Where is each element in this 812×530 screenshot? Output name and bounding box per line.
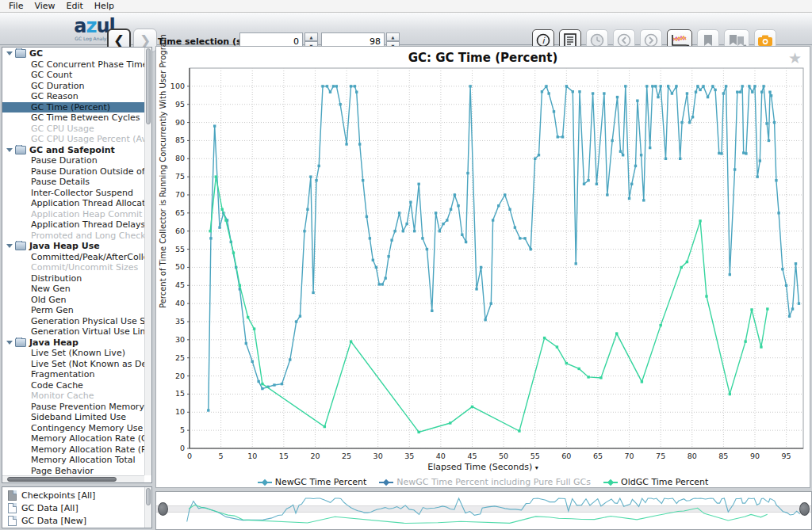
data-point: [354, 85, 356, 87]
data-point: [281, 383, 283, 385]
log-file-item-gc-data-new[interactable]: GC Data [New]: [2, 514, 151, 527]
data-point: [393, 230, 396, 232]
chart-plot[interactable]: 0510152025303540455055606570758085909505…: [156, 47, 810, 459]
tree-expander-icon[interactable]: [6, 244, 13, 248]
sidebar-item-gc-concurrent-phase-times[interactable]: GC Concurrent Phase Times: [2, 59, 144, 71]
time-to-up-button[interactable]: ▲: [386, 32, 400, 41]
sidebar-item-gc-time-percent[interactable]: GC Time (Percent): [2, 102, 144, 113]
sidebar-item-label: Pause Details: [31, 177, 90, 187]
sidebar-item-application-heap-commit-delayed[interactable]: Application Heap Commit Delayed: [2, 209, 144, 220]
sidebar-item-gc-duration[interactable]: GC Duration: [2, 81, 144, 92]
data-point: [768, 90, 771, 93]
data-point: [750, 308, 753, 311]
sidebar-item-code-cache[interactable]: Code Cache: [2, 380, 144, 391]
sidebar-item-distribution[interactable]: Distribution: [2, 273, 144, 284]
data-point: [756, 175, 758, 177]
sidebar-item-label: Live Set (Not Known as Dead): [31, 359, 144, 369]
sidebar-item-contingency-memory-use[interactable]: Contingency Memory Use: [2, 423, 144, 434]
sidebar-item-fragmentation[interactable]: Fragmentation: [2, 369, 144, 380]
sidebar-item-pause-details[interactable]: Pause Details: [2, 177, 144, 188]
menu-edit[interactable]: Edit: [61, 0, 89, 12]
sidebar-item-page-behavior[interactable]: Page Behavior: [2, 466, 144, 476]
sidebar-item-pause-duration[interactable]: Pause Duration: [2, 155, 144, 166]
data-point: [762, 85, 764, 87]
sidebar-item-old-gen[interactable]: Old Gen: [2, 295, 144, 306]
sidebar-item-gc-cpu-usage[interactable]: GC CPU Usage: [2, 124, 144, 135]
folder-icon: [15, 242, 26, 250]
data-point: [707, 96, 709, 98]
bookmark-icon: [703, 34, 713, 47]
sidebar-item-new-gen[interactable]: New Gen: [2, 284, 144, 295]
data-point: [624, 85, 626, 87]
tree-expander-icon[interactable]: [6, 148, 13, 152]
sidebar-item-java-heap-use[interactable]: Java Heap Use: [2, 241, 144, 252]
sidebar-item-generation-physical-use-soft-limits[interactable]: Generation Physical Use Soft Limits: [2, 316, 144, 327]
data-point: [446, 219, 448, 221]
sidebar-item-label: GC Time (Percent): [31, 102, 110, 112]
data-point: [578, 90, 580, 93]
sidebar-tree-panel: GCGC Concurrent Phase TimesGC CountGC Du…: [2, 47, 152, 483]
sidebar-item-perm-gen[interactable]: Perm Gen: [2, 305, 144, 316]
sidebar-item-gc-count[interactable]: GC Count: [2, 70, 144, 81]
sidebar-item-gc-reason[interactable]: GC Reason: [2, 91, 144, 102]
data-point: [449, 421, 451, 424]
sidebar-item-inter-collector-suspend[interactable]: Inter-Collector Suspend: [2, 188, 144, 199]
sidebar-item-gc-time-between-cycles[interactable]: GC Time Between Cycles: [2, 112, 144, 124]
log-file-item-checkpoints-all[interactable]: Checkpoints [All]: [2, 489, 151, 501]
x-axis-label[interactable]: Elapsed Time (Seconds) ▾: [156, 462, 810, 472]
sidebar-item-memory-allocation-total[interactable]: Memory Allocation Total: [2, 455, 144, 466]
sidebar-item-application-thread-delays-count[interactable]: Application Thread Delays Count: [2, 219, 144, 231]
sidebar-item-memory-allocation-rate-objects[interactable]: Memory Allocation Rate (Objects): [2, 433, 144, 444]
range-handle-right[interactable]: [799, 502, 810, 516]
time-range-overview[interactable]: [155, 491, 812, 530]
data-point: [718, 152, 720, 154]
sidebar-item-live-set-not-known-as-dead[interactable]: Live Set (Not Known as Dead): [2, 359, 144, 370]
back-chevron-icon: ❮: [113, 32, 124, 48]
menu-help[interactable]: Help: [89, 0, 120, 12]
y-tick-label: 20: [175, 372, 185, 380]
sidebar-item-gc-cpu-usage-percent-average[interactable]: GC CPU Usage Percent (Average): [2, 134, 144, 145]
legend-entry-oldgc-time-percent[interactable]: OldGC Time Percent: [603, 477, 708, 487]
range-handle-left[interactable]: [158, 502, 168, 516]
sidebar-item-promoted-and-long-checkpoint-det[interactable]: Promoted and Long Checkpoint Det: [2, 231, 144, 242]
tree-expander-icon[interactable]: [6, 341, 13, 345]
files-vscroll-thumb[interactable]: [146, 488, 151, 505]
sidebar-item-gc-and-safepoint[interactable]: GC and Safepoint: [2, 145, 144, 156]
tree-expander-icon[interactable]: [6, 51, 13, 55]
menu-view[interactable]: View: [29, 0, 60, 12]
sidebar-item-monitor-cache[interactable]: Monitor Cache: [2, 391, 144, 402]
sidebar-item-memory-allocation-rate-pages[interactable]: Memory Allocation Rate (Pages): [2, 444, 144, 456]
sidebar-item-application-thread-allocation-delay[interactable]: Application Thread Allocation Delay: [2, 198, 144, 209]
sidebar-item-pause-duration-outside-of-ttsp[interactable]: Pause Duration Outside of TTSP: [2, 166, 144, 177]
data-point: [545, 85, 547, 87]
sidebar-item-sideband-limited-use[interactable]: Sideband Limited Use: [2, 412, 144, 423]
sidebar-item-live-set-known-live[interactable]: Live Set (Known Live): [2, 348, 144, 359]
y-tick-label: 35: [175, 317, 185, 326]
sidebar-item-label: Memory Allocation Rate (Pages): [31, 444, 144, 455]
tree-horizontal-scrollbar[interactable]: [2, 475, 144, 482]
legend-entry-newgc-time-percent[interactable]: NewGC Time Percent: [258, 477, 367, 487]
time-from-up-button[interactable]: ▲: [304, 32, 318, 41]
log-file-item[interactable]: [2, 527, 151, 528]
sidebar-item-pause-prevention-memory-use[interactable]: Pause Prevention Memory Use: [2, 402, 144, 413]
sidebar-item-committed-peak-aftercollection[interactable]: Committed/Peak/AfterCollection: [2, 252, 144, 263]
sidebar-item-label: Application Heap Commit Delayed: [31, 209, 144, 219]
data-point: [215, 175, 217, 177]
sidebar-item-generation-virtual-use-limits-peak[interactable]: Generation Virtual Use Limits/Peak: [2, 326, 144, 337]
x-tick-label: 5: [219, 452, 224, 459]
sidebar-item-gc[interactable]: GC: [2, 48, 144, 59]
data-point: [547, 92, 550, 94]
data-point: [421, 237, 423, 239]
sidebar-item-commit-uncommit-sizes[interactable]: Commit/Uncommit Sizes: [2, 262, 144, 273]
tree-hscroll-thumb[interactable]: [7, 477, 117, 482]
x-tick-label: 85: [718, 452, 728, 459]
sidebar-item-java-heap[interactable]: Java Heap: [2, 337, 144, 349]
log-file-item-gc-data-all[interactable]: GC Data [All]: [2, 501, 151, 514]
menu-file[interactable]: File: [3, 0, 29, 12]
files-vertical-scrollbar[interactable]: [144, 487, 151, 528]
data-point: [245, 342, 247, 345]
tree-vertical-scrollbar[interactable]: [144, 48, 151, 475]
tree-vscroll-thumb[interactable]: [146, 48, 151, 124]
legend-entry-newgc-time-percent-including-pure-full-gcs[interactable]: NewGC Time Percent including Pure Full G…: [379, 477, 591, 487]
data-point: [577, 368, 580, 370]
